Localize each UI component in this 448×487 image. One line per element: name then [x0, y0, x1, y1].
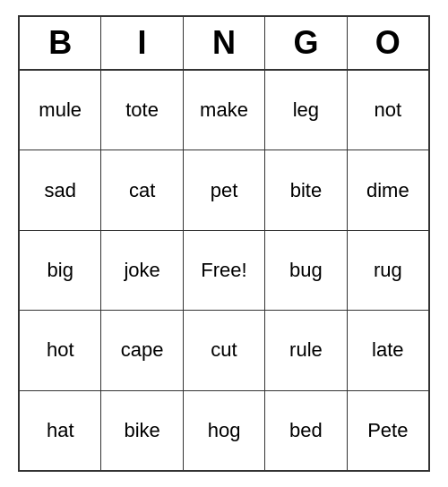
bingo-card: BINGO muletotemakelegnotsadcatpetbitedim…	[18, 15, 430, 472]
bingo-cell: joke	[101, 231, 183, 310]
bingo-cell: tote	[101, 71, 183, 150]
bingo-cell: bed	[265, 391, 347, 470]
bingo-cell: rug	[348, 231, 428, 310]
bingo-cell: make	[184, 71, 265, 150]
bingo-cell: bug	[265, 231, 347, 310]
header-cell: G	[265, 17, 347, 71]
bingo-cell: hat	[20, 391, 101, 470]
bingo-cell: rule	[265, 311, 347, 389]
header-cell: I	[101, 17, 183, 71]
table-row: bigjokeFree!bugrug	[20, 231, 428, 311]
bingo-cell: big	[20, 231, 101, 310]
bingo-cell: cut	[184, 311, 265, 389]
bingo-cell: bike	[101, 391, 183, 470]
header-cell: O	[348, 17, 428, 71]
table-row: sadcatpetbitedime	[20, 150, 428, 230]
table-row: hatbikehogbedPete	[20, 391, 428, 470]
bingo-header: BINGO	[20, 17, 428, 71]
bingo-body: muletotemakelegnotsadcatpetbitedimebigjo…	[20, 71, 428, 470]
bingo-cell: mule	[20, 71, 101, 150]
header-cell: B	[20, 17, 101, 71]
bingo-cell: not	[348, 71, 428, 150]
bingo-cell: late	[348, 311, 428, 389]
bingo-cell: sad	[20, 150, 101, 229]
header-cell: N	[184, 17, 265, 71]
bingo-cell: Pete	[348, 391, 428, 470]
bingo-cell: Free!	[184, 231, 265, 310]
table-row: muletotemakelegnot	[20, 71, 428, 150]
bingo-cell: hog	[184, 391, 265, 470]
table-row: hotcapecutrulelate	[20, 311, 428, 390]
bingo-cell: cat	[101, 150, 183, 229]
bingo-cell: pet	[184, 150, 265, 229]
bingo-cell: hot	[20, 311, 101, 389]
bingo-cell: leg	[265, 71, 347, 150]
bingo-cell: cape	[101, 311, 183, 389]
bingo-cell: dime	[348, 150, 428, 229]
bingo-cell: bite	[265, 150, 347, 229]
